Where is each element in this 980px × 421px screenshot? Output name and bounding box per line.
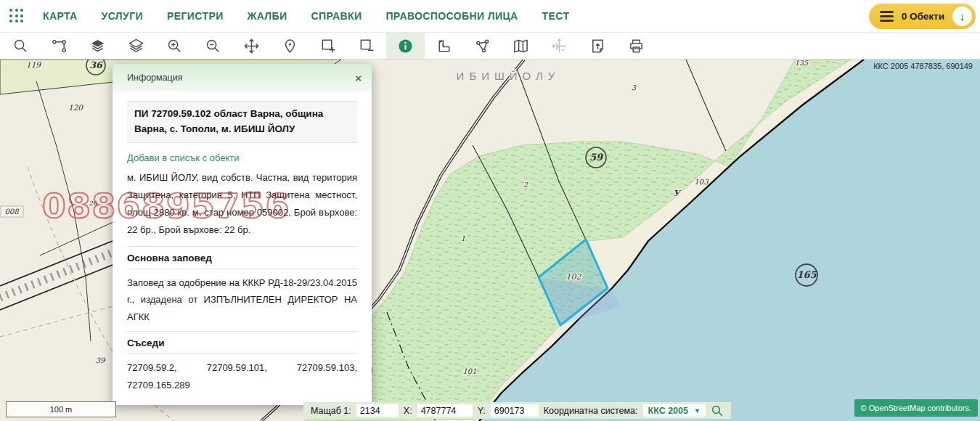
coordinate-axes-icon [551, 38, 568, 54]
y-label: Y: [478, 406, 486, 416]
map-label: 3 [632, 83, 637, 91]
map-label: 26 [89, 200, 98, 207]
coords-readout: ККС 2005 4787835, 690149 [873, 62, 973, 70]
layers-filled-icon [89, 38, 106, 54]
hamburger-icon [880, 11, 894, 22]
route-nodes-icon [51, 38, 68, 54]
search-icon [711, 404, 724, 417]
axes-button[interactable] [540, 33, 579, 59]
select-area-add-icon [320, 38, 337, 54]
map-label: 36 [89, 60, 103, 70]
crs-label: Координатна система: [544, 406, 638, 416]
nav-item-uslugi[interactable]: УСЛУГИ [102, 10, 143, 22]
status-bar: Мащаб 1: X: Y: Координатна система: ККС … [303, 402, 731, 419]
neighbors-text: 72709.59.2, 72709.59.101, 72709.59.103, … [127, 359, 357, 393]
nav-item-test[interactable]: ТЕСТ [542, 10, 570, 22]
scale-bar-label: 100 m [50, 405, 73, 414]
location-button[interactable] [271, 33, 309, 59]
map-toolbar [0, 33, 980, 60]
info-tool-button[interactable] [386, 33, 425, 59]
map-label: 101 [462, 367, 476, 375]
neighbors-heading: Съседи [127, 338, 357, 354]
chevron-down-icon: ▼ [694, 407, 701, 414]
zoom-out-icon [205, 38, 221, 54]
popup-body: ПИ 72709.59.102 област Варна, община Вар… [113, 91, 372, 405]
location-pin-icon [282, 38, 298, 54]
map-label: 102 [566, 272, 582, 282]
nav-item-zhalbi[interactable]: ЖАЛБИ [248, 10, 287, 22]
popup-title: Информация [127, 73, 355, 83]
map-sheets-button[interactable] [502, 33, 540, 59]
nav-item-pravosposobni-litsa[interactable]: ПРАВОСПОСОБНИ ЛИЦА [385, 10, 518, 22]
polygon-nodes-icon [474, 38, 491, 54]
scale-input[interactable] [356, 404, 399, 417]
scale-label: Мащаб 1: [311, 406, 351, 416]
folded-map-icon [513, 38, 529, 54]
map-label: 59 [589, 152, 604, 163]
expand-down-button[interactable]: ↓ [952, 7, 972, 26]
coordinate-search-button[interactable] [711, 404, 724, 417]
route-tool-button[interactable] [40, 33, 78, 59]
search-icon [12, 38, 29, 54]
y-coordinate-input[interactable] [491, 404, 539, 417]
map-label: 119 [26, 60, 41, 69]
pan-arrows-icon [243, 38, 260, 54]
polygon-button[interactable] [463, 33, 502, 59]
x-label: X: [404, 406, 412, 416]
add-to-objects-link[interactable]: Добави в списък с обекти [127, 152, 240, 163]
search-tool-button[interactable] [1, 33, 40, 59]
print-icon [628, 38, 645, 54]
parcel-title: ПИ 72709.59.102 област Варна, община Вар… [127, 101, 357, 143]
layers-button[interactable] [117, 33, 155, 59]
apps-grid-icon[interactable] [9, 9, 24, 23]
close-icon[interactable]: × [355, 73, 362, 83]
map-label: 135 [795, 60, 809, 67]
objects-button[interactable]: 0 Обекти ↓ [869, 4, 976, 29]
layers-filled-button[interactable] [78, 33, 117, 59]
select-area-remove-icon [359, 38, 375, 54]
map-label: 2 [523, 181, 528, 189]
map-label: 1 [461, 234, 465, 242]
print-button[interactable] [617, 33, 656, 59]
pan-button[interactable] [232, 33, 271, 59]
order-section: Основна заповед Заповед за одобрение на … [127, 246, 357, 325]
place-label: ИБИШЙОЛУ [457, 70, 560, 82]
order-heading: Основна заповед [127, 253, 357, 269]
top-nav: КАРТА УСЛУГИ РЕГИСТРИ ЖАЛБИ СПРАВКИ ПРАВ… [0, 0, 980, 33]
measure-ruler-icon [436, 38, 452, 54]
layers-icon [128, 38, 144, 54]
select-remove-button[interactable] [348, 33, 386, 59]
popup-header: Информация × [113, 64, 372, 91]
export-button[interactable] [579, 33, 617, 59]
info-popup: Информация × ПИ 72709.59.102 област Варн… [113, 64, 372, 405]
select-add-button[interactable] [309, 33, 348, 59]
map-label: 103 [694, 178, 709, 186]
info-icon [397, 38, 414, 54]
map-label: 39 [96, 356, 106, 364]
map-label: 120 [68, 103, 83, 112]
objects-count-label: 0 Обекти [902, 11, 944, 22]
nav-item-registri[interactable]: РЕГИСТРИ [167, 10, 224, 22]
order-text: Заповед за одобрение на КККР РД-18-29/23… [127, 274, 357, 325]
nav-item-spravki[interactable]: СПРАВКИ [311, 10, 362, 22]
zoom-out-button[interactable] [194, 33, 232, 59]
measure-button[interactable] [425, 33, 463, 59]
nav-item-karta[interactable]: КАРТА [43, 10, 78, 22]
scale-bar: 100 m [6, 401, 116, 417]
crs-selected-value: ККС 2005 [648, 406, 688, 416]
neighbors-section: Съседи 72709.59.2, 72709.59.101, 72709.5… [127, 331, 357, 393]
nav-menu: КАРТА УСЛУГИ РЕГИСТРИ ЖАЛБИ СПРАВКИ ПРАВ… [43, 10, 569, 22]
parcel-description: м. ИБИШ ЙОЛУ, вид собств. Частна, вид те… [127, 169, 357, 239]
osm-attribution[interactable]: © OpenStreetMap contributors. [854, 399, 978, 417]
attribution-text: © OpenStreetMap contributors. [861, 404, 971, 412]
x-coordinate-input[interactable] [417, 404, 473, 417]
export-document-icon [589, 38, 606, 54]
zoom-in-button[interactable] [155, 33, 194, 59]
map-label: 008 [4, 208, 20, 216]
zoom-in-icon [166, 38, 183, 54]
crs-dropdown[interactable]: ККС 2005 ▼ [643, 404, 706, 417]
map-label: 165 [796, 269, 817, 280]
